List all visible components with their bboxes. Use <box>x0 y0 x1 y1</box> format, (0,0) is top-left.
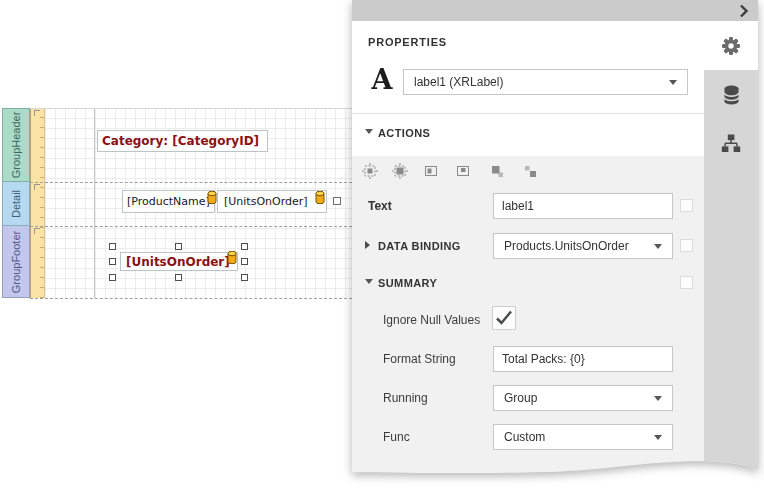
band-top-edge <box>30 108 352 109</box>
properties-gear-icon <box>721 36 741 56</box>
ignore-null-values-checkbox[interactable] <box>492 306 516 330</box>
footer-summary-text: [UnitsOnOrder] <box>126 255 230 269</box>
section-summary[interactable]: SUMMARY <box>378 277 437 289</box>
ignore-null-values-label: Ignore Null Values <box>383 313 480 327</box>
selection-handle-n[interactable] <box>175 243 182 250</box>
panel-top-bar <box>352 0 758 21</box>
chevron-down-icon <box>654 244 662 249</box>
element-selector-value: label1 (XRLabel) <box>414 75 669 89</box>
selection-handle-e[interactable] <box>241 258 248 265</box>
selection-handle-nw[interactable] <box>109 243 116 250</box>
panel-title: PROPERTIES <box>368 36 447 48</box>
chevron-right-icon[interactable] <box>738 4 750 18</box>
tab-field-list[interactable] <box>704 119 758 168</box>
text-field-label: Text <box>368 199 392 213</box>
format-string-input[interactable] <box>493 346 673 372</box>
band-fold-mark <box>34 110 40 116</box>
fit-to-band-width-icon[interactable] <box>362 163 378 179</box>
section-data-binding[interactable]: DATA BINDING <box>378 240 461 252</box>
band-separator <box>30 182 352 183</box>
center-horizontally-icon[interactable] <box>423 163 439 179</box>
running-value: Group <box>504 391 654 405</box>
expand-triangle-icon <box>365 241 370 249</box>
data-sources-icon <box>723 85 740 105</box>
data-binding-value: Products.UnitsOnOrder <box>504 239 654 253</box>
product-name-label[interactable]: [ProductName] <box>122 190 215 213</box>
category-label[interactable]: Category: [CategoryID] <box>97 130 268 152</box>
units-on-order-label[interactable]: [UnitsOnOrder] <box>217 190 327 213</box>
panel-tab-strip <box>704 21 758 455</box>
resize-handle[interactable] <box>333 197 341 205</box>
band-label: GroupHeader <box>10 112 22 179</box>
tab-data-sources[interactable] <box>704 70 758 119</box>
selection-handle-s[interactable] <box>175 274 182 281</box>
chevron-down-icon <box>654 396 662 401</box>
band-rail: GroupHeader Detail GroupFooter <box>2 108 30 298</box>
summary-property-marker-checkbox[interactable] <box>680 276 693 289</box>
chevron-down-icon <box>654 435 662 440</box>
fit-bounds-to-container-icon[interactable] <box>392 163 408 179</box>
func-dropdown[interactable]: Custom <box>493 424 673 450</box>
selection-handle-ne[interactable] <box>241 243 248 250</box>
func-label: Func <box>383 430 410 444</box>
center-vertically-icon[interactable] <box>455 163 471 179</box>
units-on-order-text: [UnitsOnOrder] <box>224 195 308 208</box>
band-ruler <box>30 108 45 298</box>
band-tab-groupheader[interactable]: GroupHeader <box>2 108 30 182</box>
collapse-triangle-icon <box>365 279 373 284</box>
band-fold-mark <box>34 228 40 234</box>
panel-wave-edge <box>352 455 758 488</box>
divider <box>352 113 704 114</box>
collapse-triangle-icon <box>365 129 373 134</box>
band-tab-groupfooter[interactable]: GroupFooter <box>2 226 30 298</box>
section-actions[interactable]: ACTIONS <box>378 127 430 139</box>
text-property-marker-checkbox[interactable] <box>680 199 693 212</box>
selection-handle-sw[interactable] <box>109 274 116 281</box>
data-binding-property-marker-checkbox[interactable] <box>680 239 693 252</box>
xrlabel-letter-a-icon: A <box>368 64 396 94</box>
band-separator <box>30 226 352 227</box>
running-label: Running <box>383 391 428 405</box>
selection-handle-se[interactable] <box>241 274 248 281</box>
report-margin-line <box>94 108 95 298</box>
database-field-icon <box>227 251 237 264</box>
selection-handle-w[interactable] <box>109 258 116 265</box>
band-label: Detail <box>10 189 22 217</box>
footer-summary-label[interactable]: [UnitsOnOrder] <box>120 252 238 271</box>
properties-panel: PROPERTIES A label1 (XRLabel) ACTIONS <box>352 0 758 488</box>
data-binding-dropdown[interactable]: Products.UnitsOnOrder <box>493 233 673 259</box>
chevron-down-icon <box>669 80 677 85</box>
category-label-text: Category: [CategoryID] <box>102 134 259 148</box>
tab-properties[interactable] <box>704 21 758 70</box>
database-field-icon <box>207 191 217 204</box>
field-list-icon <box>721 134 741 153</box>
send-to-back-icon[interactable] <box>522 163 538 179</box>
element-selector-dropdown[interactable]: label1 (XRLabel) <box>403 69 688 95</box>
band-label: GroupFooter <box>10 230 22 292</box>
product-name-text: [ProductName] <box>127 195 210 208</box>
running-dropdown[interactable]: Group <box>493 385 673 411</box>
band-tab-detail[interactable]: Detail <box>2 182 30 226</box>
format-string-label: Format String <box>383 352 456 366</box>
func-value: Custom <box>504 430 654 444</box>
checkmark-icon <box>493 307 515 329</box>
bring-to-front-icon[interactable] <box>489 163 505 179</box>
band-separator <box>30 298 352 299</box>
database-field-icon <box>315 191 325 204</box>
band-fold-mark <box>34 184 40 190</box>
report-designer: GroupHeader Detail GroupFooter Category:… <box>0 0 764 490</box>
text-input[interactable] <box>493 193 673 219</box>
